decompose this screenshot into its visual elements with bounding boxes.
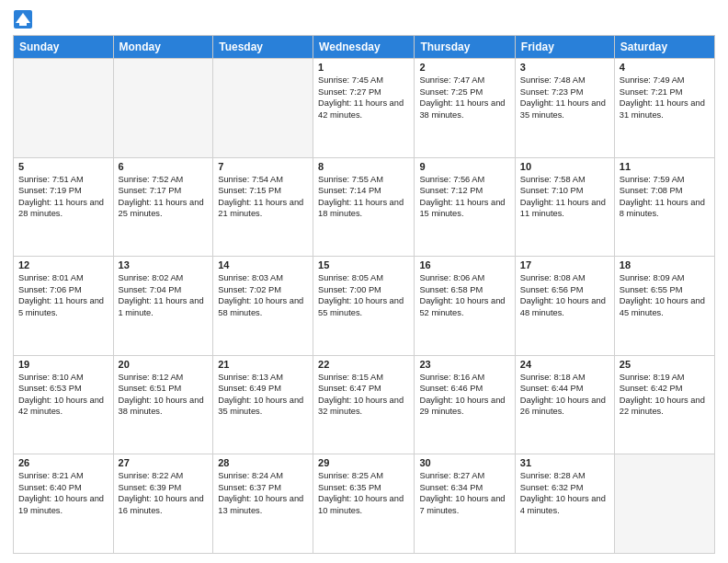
day-number: 12 [18,259,108,270]
logo [13,9,37,29]
day-number: 30 [419,457,509,468]
calendar-cell: 8Sunrise: 7:55 AM Sunset: 7:14 PM Daylig… [313,157,415,257]
svg-rect-2 [19,23,27,26]
day-number: 21 [218,359,308,370]
day-info: Sunrise: 8:02 AM Sunset: 7:04 PM Dayligh… [119,272,209,318]
calendar-cell: 17Sunrise: 8:08 AM Sunset: 6:56 PM Dayli… [515,257,614,356]
day-info: Sunrise: 8:15 AM Sunset: 6:47 PM Dayligh… [318,372,409,418]
day-number: 15 [318,259,409,270]
week-row-2: 12Sunrise: 8:01 AM Sunset: 7:06 PM Dayli… [14,257,715,356]
day-info: Sunrise: 8:06 AM Sunset: 6:58 PM Dayligh… [419,272,509,318]
day-info: Sunrise: 7:59 AM Sunset: 7:08 PM Dayligh… [620,174,710,220]
day-info: Sunrise: 8:09 AM Sunset: 6:55 PM Dayligh… [620,272,710,318]
day-info: Sunrise: 7:54 AM Sunset: 7:15 PM Dayligh… [218,174,308,220]
day-info: Sunrise: 8:16 AM Sunset: 6:46 PM Dayligh… [419,372,509,418]
weekday-header-thursday: Thursday [415,36,515,59]
day-info: Sunrise: 8:22 AM Sunset: 6:39 PM Dayligh… [119,470,209,516]
day-info: Sunrise: 7:45 AM Sunset: 7:27 PM Dayligh… [318,75,409,121]
page: SundayMondayTuesdayWednesdayThursdayFrid… [0,0,728,563]
weekday-header-saturday: Saturday [614,36,714,59]
calendar: SundayMondayTuesdayWednesdayThursdayFrid… [13,35,715,554]
calendar-cell: 22Sunrise: 8:15 AM Sunset: 6:47 PM Dayli… [313,355,415,454]
calendar-cell: 28Sunrise: 8:24 AM Sunset: 6:37 PM Dayli… [213,454,313,554]
calendar-cell: 21Sunrise: 8:13 AM Sunset: 6:49 PM Dayli… [213,355,313,454]
weekday-header-friday: Friday [515,36,614,59]
day-info: Sunrise: 8:28 AM Sunset: 6:32 PM Dayligh… [520,470,609,516]
day-number: 31 [520,457,609,468]
calendar-cell: 1Sunrise: 7:45 AM Sunset: 7:27 PM Daylig… [313,59,415,158]
week-row-1: 5Sunrise: 7:51 AM Sunset: 7:19 PM Daylig… [14,157,715,257]
day-number: 27 [119,457,209,468]
calendar-cell: 23Sunrise: 8:16 AM Sunset: 6:46 PM Dayli… [415,355,515,454]
calendar-cell: 16Sunrise: 8:06 AM Sunset: 6:58 PM Dayli… [415,257,515,356]
calendar-cell: 31Sunrise: 8:28 AM Sunset: 6:32 PM Dayli… [515,454,614,554]
day-info: Sunrise: 7:58 AM Sunset: 7:10 PM Dayligh… [520,174,609,220]
calendar-cell: 4Sunrise: 7:49 AM Sunset: 7:21 PM Daylig… [614,59,714,158]
day-number: 20 [119,359,209,370]
day-number: 6 [119,161,209,172]
day-number: 25 [620,359,710,370]
calendar-cell: 9Sunrise: 7:56 AM Sunset: 7:12 PM Daylig… [415,157,515,257]
day-number: 19 [18,359,108,370]
calendar-cell: 11Sunrise: 7:59 AM Sunset: 7:08 PM Dayli… [614,157,714,257]
calendar-cell: 20Sunrise: 8:12 AM Sunset: 6:51 PM Dayli… [113,355,213,454]
day-number: 8 [318,161,409,172]
calendar-cell: 18Sunrise: 8:09 AM Sunset: 6:55 PM Dayli… [614,257,714,356]
day-number: 7 [218,161,308,172]
day-number: 1 [318,62,409,73]
day-info: Sunrise: 8:24 AM Sunset: 6:37 PM Dayligh… [218,470,308,516]
weekday-header-monday: Monday [113,36,213,59]
day-info: Sunrise: 7:55 AM Sunset: 7:14 PM Dayligh… [318,174,409,220]
day-number: 28 [218,457,308,468]
calendar-cell: 12Sunrise: 8:01 AM Sunset: 7:06 PM Dayli… [14,257,114,356]
weekday-header-wednesday: Wednesday [313,36,415,59]
day-info: Sunrise: 8:05 AM Sunset: 7:00 PM Dayligh… [318,272,409,318]
day-number: 26 [18,457,108,468]
day-number: 5 [18,161,108,172]
calendar-cell: 7Sunrise: 7:54 AM Sunset: 7:15 PM Daylig… [213,157,313,257]
day-info: Sunrise: 8:13 AM Sunset: 6:49 PM Dayligh… [218,372,308,418]
day-info: Sunrise: 8:01 AM Sunset: 7:06 PM Dayligh… [18,272,108,318]
calendar-cell [113,59,213,158]
day-number: 17 [520,259,609,270]
calendar-cell: 26Sunrise: 8:21 AM Sunset: 6:40 PM Dayli… [14,454,114,554]
day-number: 16 [419,259,509,270]
day-number: 18 [620,259,710,270]
day-info: Sunrise: 7:48 AM Sunset: 7:23 PM Dayligh… [520,75,609,121]
calendar-cell: 30Sunrise: 8:27 AM Sunset: 6:34 PM Dayli… [415,454,515,554]
calendar-cell: 6Sunrise: 7:52 AM Sunset: 7:17 PM Daylig… [113,157,213,257]
day-number: 10 [520,161,609,172]
calendar-cell [614,454,714,554]
day-number: 29 [318,457,409,468]
day-info: Sunrise: 8:27 AM Sunset: 6:34 PM Dayligh… [419,470,509,516]
logo-icon [13,9,33,29]
calendar-cell: 10Sunrise: 7:58 AM Sunset: 7:10 PM Dayli… [515,157,614,257]
calendar-cell: 2Sunrise: 7:47 AM Sunset: 7:25 PM Daylig… [415,59,515,158]
day-info: Sunrise: 8:19 AM Sunset: 6:42 PM Dayligh… [620,372,710,418]
calendar-cell: 15Sunrise: 8:05 AM Sunset: 7:00 PM Dayli… [313,257,415,356]
day-info: Sunrise: 8:08 AM Sunset: 6:56 PM Dayligh… [520,272,609,318]
day-number: 9 [419,161,509,172]
day-number: 22 [318,359,409,370]
calendar-cell: 29Sunrise: 8:25 AM Sunset: 6:35 PM Dayli… [313,454,415,554]
calendar-cell [14,59,114,158]
calendar-cell [213,59,313,158]
day-number: 4 [620,62,710,73]
calendar-cell: 14Sunrise: 8:03 AM Sunset: 7:02 PM Dayli… [213,257,313,356]
weekday-header-tuesday: Tuesday [213,36,313,59]
calendar-cell: 13Sunrise: 8:02 AM Sunset: 7:04 PM Dayli… [113,257,213,356]
day-number: 2 [419,62,509,73]
header [13,9,715,29]
calendar-cell: 5Sunrise: 7:51 AM Sunset: 7:19 PM Daylig… [14,157,114,257]
day-info: Sunrise: 8:10 AM Sunset: 6:53 PM Dayligh… [18,372,108,418]
day-info: Sunrise: 7:56 AM Sunset: 7:12 PM Dayligh… [419,174,509,220]
day-info: Sunrise: 8:12 AM Sunset: 6:51 PM Dayligh… [119,372,209,418]
week-row-0: 1Sunrise: 7:45 AM Sunset: 7:27 PM Daylig… [14,59,715,158]
calendar-cell: 27Sunrise: 8:22 AM Sunset: 6:39 PM Dayli… [113,454,213,554]
day-info: Sunrise: 7:52 AM Sunset: 7:17 PM Dayligh… [119,174,209,220]
weekday-header-row: SundayMondayTuesdayWednesdayThursdayFrid… [14,36,715,59]
day-info: Sunrise: 8:03 AM Sunset: 7:02 PM Dayligh… [218,272,308,318]
day-info: Sunrise: 8:21 AM Sunset: 6:40 PM Dayligh… [18,470,108,516]
weekday-header-sunday: Sunday [14,36,114,59]
day-info: Sunrise: 7:49 AM Sunset: 7:21 PM Dayligh… [620,75,710,121]
